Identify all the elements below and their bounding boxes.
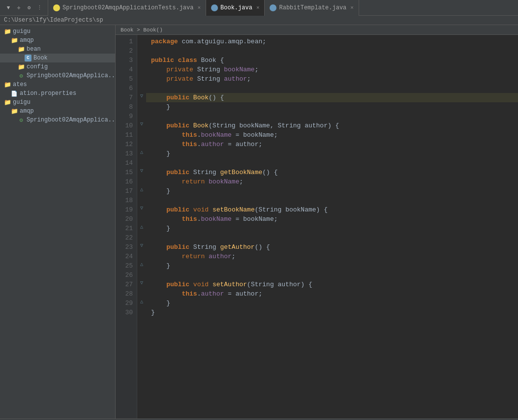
gutter-cell[interactable]: ▽	[137, 166, 146, 175]
nav-fwd-btn[interactable]: ✛	[14, 3, 23, 12]
path-text: C:\Users\lfy\IdeaProjects\sp	[4, 17, 103, 24]
line-number: 18	[120, 196, 133, 205]
folder-icon: 📁	[18, 46, 25, 53]
line-number: 21	[120, 224, 133, 233]
gutter-cell[interactable]: ▽	[137, 91, 146, 100]
line-number: 19	[120, 205, 133, 214]
sidebar-item-ation-props[interactable]: 📄ation.properties	[0, 89, 115, 98]
line-number: 2	[120, 46, 133, 56]
gutter-cell[interactable]: ▽	[137, 278, 146, 287]
code-line[interactable]: package com.atguigu.amqp.bean;	[146, 37, 518, 46]
code-line[interactable]: }	[146, 149, 518, 158]
line-number: 23	[120, 242, 133, 252]
line-number: 13	[120, 149, 133, 158]
gutter-cell[interactable]: ▽	[137, 240, 146, 250]
spring-icon: ⚙	[18, 117, 25, 123]
sidebar-item-ates[interactable]: 📁ates	[0, 80, 115, 89]
code-line[interactable]: public class Book {	[146, 56, 518, 65]
gutter-cell	[137, 128, 146, 138]
line-number: 26	[120, 270, 133, 280]
code-line[interactable]: }	[146, 102, 518, 112]
code-line[interactable]: public String getBookName() {	[146, 168, 518, 177]
code-line[interactable]: return author;	[146, 252, 518, 261]
code-line[interactable]: private String author;	[146, 74, 518, 84]
sidebar-item-guigu-top[interactable]: 📁guigu	[0, 27, 115, 36]
code-line[interactable]: }	[146, 186, 518, 196]
sidebar-item-spring-app2[interactable]: ⚙Springboot02AmqpApplica...	[0, 116, 115, 124]
tab-highlight-dot	[53, 4, 60, 11]
code-line[interactable]: }	[146, 224, 518, 233]
tab-tab-rabbit[interactable]: RabbitTemplate.java×	[265, 0, 359, 16]
main-layout: 📁guigu📁amqp📁beanCBook📁config⚙Springboot0…	[0, 25, 518, 419]
sidebar-item-book-class[interactable]: CBook	[0, 54, 115, 62]
code-line[interactable]: }	[146, 261, 518, 270]
tab-bar: ▼ ✛ ⚙ ⋮ Springboot02AmqpApplicationTests…	[0, 0, 518, 16]
code-line[interactable]: public void setBookName(String bookName)…	[146, 205, 518, 214]
tab-label: Springboot02AmqpApplicationTests.java	[62, 4, 193, 11]
tab-tab-tests[interactable]: Springboot02AmqpApplicationTests.java×	[48, 0, 206, 16]
code-line[interactable]	[146, 46, 518, 56]
gutter-cell	[137, 110, 146, 119]
tab-close-btn[interactable]: ×	[350, 5, 354, 11]
sidebar-item-label: guigu	[13, 99, 30, 106]
gutter-cell: △	[137, 184, 146, 194]
code-line[interactable]	[146, 196, 518, 205]
code-line[interactable]: private String bookName;	[146, 65, 518, 74]
sidebar-items: 📁guigu📁amqp📁beanCBook📁config⚙Springboot0…	[0, 27, 115, 124]
code-line[interactable]: this.author = author;	[146, 140, 518, 149]
code-line[interactable]: }	[146, 308, 518, 317]
sidebar-item-label: Book	[33, 55, 48, 61]
gutter-cell	[137, 306, 146, 315]
breadcrumb-text: Book > Book()	[121, 27, 163, 33]
gutter-cell	[137, 72, 146, 82]
line-number: 3	[120, 56, 133, 65]
sidebar-item-config-folder[interactable]: 📁config	[0, 62, 115, 71]
code-line[interactable]: this.bookName = bookName;	[146, 214, 518, 224]
line-number: 4	[120, 65, 133, 74]
code-line[interactable]: public Book(String bookName, String auth…	[146, 121, 518, 130]
code-line[interactable]: return bookName;	[146, 177, 518, 186]
gutter-cell[interactable]: ▽	[137, 203, 146, 212]
gutter-cell	[137, 35, 146, 44]
code-line[interactable]: this.bookName = bookName;	[146, 130, 518, 140]
sidebar-item-guigu-bottom[interactable]: 📁guigu	[0, 98, 115, 107]
line-number: 17	[120, 186, 133, 196]
code-line[interactable]	[146, 112, 518, 121]
line-number: 11	[120, 130, 133, 140]
code-line[interactable]: public Book() {	[146, 93, 518, 102]
code-line[interactable]	[146, 84, 518, 93]
code-line[interactable]: public void setAuthor(String author) {	[146, 280, 518, 289]
sidebar-item-label: Springboot02AmqpApplica...	[27, 72, 115, 79]
tab-label: RabbitTemplate.java	[279, 4, 346, 11]
code-line[interactable]: }	[146, 299, 518, 308]
line-number: 22	[120, 233, 133, 242]
sidebar-item-amqp-top[interactable]: 📁amqp	[0, 36, 115, 45]
gutter-cell	[137, 54, 146, 63]
sidebar-item-amqp-bottom[interactable]: 📁amqp	[0, 107, 115, 116]
tab-tab-book[interactable]: Book.java×	[206, 0, 265, 16]
sidebar-item-spring-app[interactable]: ⚙Springboot02AmqpApplica...	[0, 71, 115, 80]
gutter-cell: △	[137, 147, 146, 156]
code-line[interactable]	[146, 158, 518, 168]
editor-content: 1234567891011121314151617181920212223242…	[116, 35, 518, 419]
code-line[interactable]	[146, 233, 518, 242]
spring-icon: ⚙	[18, 72, 25, 79]
code-editor[interactable]: package com.atguigu.amqp.bean; public cl…	[146, 35, 518, 419]
sidebar-item-bean-folder[interactable]: 📁bean	[0, 45, 115, 54]
sidebar-item-label: amqp	[20, 37, 34, 44]
line-numbers: 1234567891011121314151617181920212223242…	[116, 35, 137, 419]
gutter-cell	[137, 138, 146, 147]
sidebar-item-label: Springboot02AmqpApplica...	[27, 117, 115, 123]
gutter-cell: △	[137, 222, 146, 231]
nav-back-btn[interactable]: ▼	[4, 3, 13, 12]
tab-close-btn[interactable]: ×	[197, 5, 201, 11]
code-line[interactable]: public String getAuthor() {	[146, 242, 518, 252]
nav-gear-btn[interactable]: ⚙	[25, 3, 33, 12]
nav-list-btn[interactable]: ⋮	[35, 3, 44, 12]
gutter-cell[interactable]: ▽	[137, 119, 146, 128]
code-line[interactable]	[146, 270, 518, 280]
gutter-cell	[137, 44, 146, 54]
tab-close-btn[interactable]: ×	[256, 5, 260, 11]
line-number: 12	[120, 140, 133, 149]
code-line[interactable]: this.author = author;	[146, 289, 518, 299]
